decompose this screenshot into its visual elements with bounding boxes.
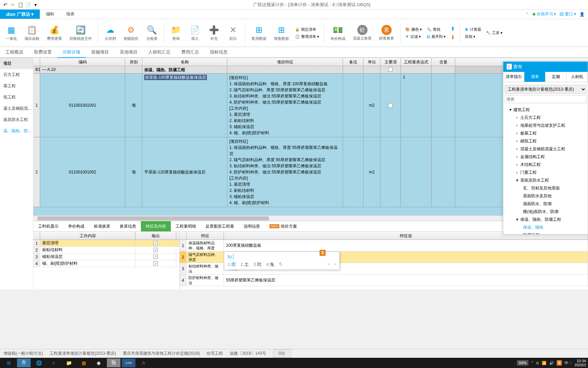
online-learn[interactable]: ◉ 在线学习 ▾ [532, 11, 556, 17]
tab-feiyong[interactable]: 费用汇总 [176, 47, 205, 57]
wc-row[interactable]: 4 铺、刷(喷)防护材料 [33, 260, 179, 267]
ft-name[interactable]: 粘结材料种类、做法 [186, 263, 224, 274]
checkbox[interactable] [153, 255, 158, 259]
ime-cand[interactable]: 3.吐 [254, 261, 262, 267]
sidenav-item-active[interactable]: 温、隔热、防... [0, 125, 33, 137]
rbtn-buchong[interactable]: ➕补充 [206, 23, 223, 43]
ft-val[interactable]: 100厚复核硅酸盐板 [224, 240, 588, 251]
ime-cand[interactable]: 5. [279, 261, 283, 267]
sidenav-item[interactable]: 面及防水工程 [0, 114, 33, 125]
copy-icon[interactable]: 📋 [18, 2, 23, 7]
task-chrome[interactable]: 🌐 [32, 358, 46, 367]
row-unit[interactable]: m2 [363, 137, 380, 207]
tree-item[interactable]: ›金属结构工程 [505, 153, 586, 161]
tree-item[interactable]: 防腐面层 [505, 231, 586, 234]
wc-name[interactable]: 铺、刷(喷)防护材料 [40, 260, 135, 267]
tab-zhibiao[interactable]: 指标信息 [205, 47, 233, 57]
checkbox[interactable] [388, 67, 393, 72]
col-type[interactable]: 类别 [125, 58, 142, 66]
ime-cand[interactable]: 2.土 [241, 261, 249, 267]
rbtn-yanse[interactable]: 🎨颜色 ▾ [404, 26, 423, 33]
rbtn-danjia[interactable]: 💵单价构成 [328, 23, 348, 43]
tree-item[interactable]: ›桩基工程 [505, 129, 586, 137]
window-menu[interactable]: ▦ 窗口 ▾ [559, 11, 576, 17]
dtab-danjiagoucheng[interactable]: 单价构成 [63, 221, 89, 231]
tree-item[interactable]: ▾建筑工程 [505, 106, 586, 114]
ime-lang[interactable]: 中 ⸬ [565, 361, 572, 366]
tree-item[interactable]: ›门窗工程 [505, 169, 586, 177]
ft-name[interactable]: 隔气层材料品种、厚度 [186, 251, 224, 263]
rbtn-cundang[interactable]: ☁云存档 [102, 23, 119, 43]
row-expr[interactable]: 1 [401, 74, 431, 137]
ft-name[interactable]: 保温隔热材料品种、规格、厚度 [186, 240, 224, 251]
paste-icon[interactable]: 📄 [25, 2, 31, 7]
sp-tab-dinge[interactable]: 定额 [545, 72, 567, 82]
rbtn-zujia[interactable]: ⚙智能组价 [121, 23, 141, 43]
ft-val[interactable]: 55厚挤塑聚苯乙烯板保温层 [224, 275, 588, 286]
task-edge[interactable]: e [47, 358, 61, 367]
tray-icon[interactable]: 📶 [542, 361, 546, 365]
rbtn-up[interactable]: ⬆ [449, 25, 456, 33]
dtab-zujia[interactable]: NEW组价方案 [265, 221, 302, 231]
rbtn-chazhao[interactable]: 🔍查找 [425, 26, 447, 33]
rbtn-jisuanqi[interactable]: 🖩计算器 [463, 26, 483, 33]
wc-row[interactable]: 2 刷粘结材料 [33, 247, 179, 254]
col-main[interactable]: 主要清单 [380, 58, 401, 66]
tree-item[interactable]: ›混凝土及钢筋混凝土工程 [505, 145, 586, 153]
col-unit[interactable]: 单位 [363, 58, 380, 66]
sogou-tray-icon[interactable]: S [557, 360, 562, 366]
dtab-gongliaojishow[interactable]: 工料机显示 [33, 221, 63, 231]
tab-rencaiji[interactable]: 人材机汇总 [143, 47, 176, 57]
wc-row[interactable]: 1 基层清理 [33, 240, 179, 247]
ft-row[interactable]: 1 保温隔热材料品种、规格、厚度 100厚复核硅酸盐板 [180, 240, 588, 251]
col-name[interactable]: 名称 [142, 58, 227, 66]
col-hl[interactable]: 含量 [431, 58, 455, 66]
sp-tab-zhiyin[interactable]: 清单指引 [503, 72, 524, 82]
ime-cand[interactable]: 1.图 [228, 261, 236, 267]
clock-time[interactable]: 10:34 [574, 359, 586, 363]
row-code[interactable]: 011001001002 [40, 137, 125, 207]
scroll-thumb[interactable] [37, 216, 269, 220]
row-code[interactable]: 011001001001 [40, 74, 125, 137]
dtab-huansuanxinxi[interactable]: 换算信息 [115, 221, 141, 231]
task-app[interactable]: 齐 [17, 358, 31, 367]
sidenav-item[interactable]: 筑工程 [0, 92, 33, 103]
start-button[interactable]: ⊞ [2, 358, 16, 367]
menu-compile[interactable]: 编制 [40, 10, 60, 19]
tab-qufeishezhi[interactable]: 取费设置 [29, 47, 57, 57]
tree-item[interactable]: ▾屋面及防水工程 [505, 177, 586, 184]
ft-name[interactable]: 防护材料种类、做法 [186, 275, 224, 286]
ime-cand[interactable]: 4.兔 [266, 261, 275, 267]
sidenav-item[interactable]: 基工程 [0, 80, 33, 92]
tab-qitaxiangmu[interactable]: 其他项目 [114, 47, 143, 57]
rbtn-zhengli[interactable]: 📋整理清单 ▾ [294, 33, 321, 40]
checkbox[interactable] [388, 103, 393, 108]
rbtn-chaxun[interactable]: 📁查询 [167, 23, 184, 43]
ime-next-icon[interactable]: › [334, 261, 336, 267]
rbtn-shajiang[interactable]: 浆砂浆换算 [376, 24, 397, 42]
status-score[interactable]: 0分 [273, 349, 291, 358]
sp-tab-qingdan[interactable]: 清单 [524, 72, 545, 82]
sidenav-item[interactable]: 凝土及钢筋混... [0, 103, 33, 114]
task-obs[interactable]: ◉ [92, 358, 105, 367]
rbtn-guolv[interactable]: ▼过滤 ▾ [404, 33, 423, 40]
rbtn-zijian[interactable]: 📋项目自检 [22, 23, 42, 43]
row-feature[interactable]: [项目特征] 1. 保温隔热材料品种、规格、厚度:100厚复核硅酸盐板 2. 隔… [227, 74, 343, 137]
user-icon[interactable]: 👤 [579, 12, 585, 17]
tray-up-icon[interactable]: ˄ [531, 361, 533, 365]
rbtn-shuigai[interactable]: 🔄切换税改文件 [67, 23, 95, 43]
tray-icon[interactable]: ⊙ [536, 361, 539, 365]
wc-name[interactable]: 基层清理 [40, 240, 135, 246]
rbtn-qita[interactable]: 其他 ▾ [463, 33, 483, 40]
row-name[interactable]: 平屋面-120厚复核硅酸盐板保温层 [142, 137, 227, 207]
rbtn-charu[interactable]: 📄插入 [186, 23, 203, 43]
zoom-level[interactable]: 84% [517, 360, 528, 366]
dtab-gongchengliang[interactable]: 工程量明细 [171, 221, 201, 231]
sp-tab-rencaiji[interactable]: 人材机 [567, 72, 588, 82]
row-unit[interactable]: m2 [363, 74, 380, 137]
tree-item-active[interactable]: 保温、隔热 [505, 224, 586, 231]
task-app2[interactable]: ▦ [77, 358, 91, 367]
tray-icon[interactable]: 🔊 [549, 361, 554, 365]
ft-row[interactable]: 4 防护材料种类、做法 55厚挤塑聚苯乙烯板保温层 [180, 275, 588, 286]
sp-search-input[interactable] [505, 95, 586, 103]
